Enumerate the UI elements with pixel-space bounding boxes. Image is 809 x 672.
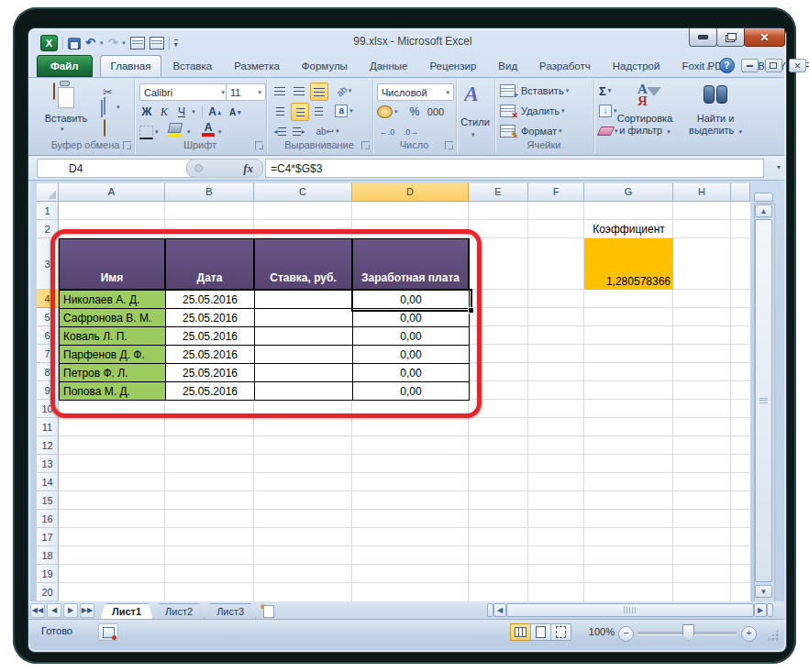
cell-C5[interactable] xyxy=(255,309,353,327)
redo-icon[interactable]: ↷ xyxy=(107,37,117,50)
column-header-B[interactable]: B xyxy=(165,183,254,202)
cell-D5[interactable]: 0,00 xyxy=(353,309,470,327)
orientation-button[interactable]: ab▾ xyxy=(334,83,354,99)
font-family-select[interactable]: Calibri▾ xyxy=(139,83,229,101)
number-format-select[interactable]: Числовой▾ xyxy=(377,83,454,101)
next-sheet-icon[interactable]: ▶ xyxy=(63,603,78,618)
cut-button[interactable]: ✂ xyxy=(103,83,113,100)
cell-C6[interactable] xyxy=(255,327,353,346)
zoom-out-icon[interactable]: − xyxy=(618,626,634,642)
comma-style-button[interactable]: 000 xyxy=(424,104,448,120)
cell-D6[interactable]: 0,00 xyxy=(353,327,470,346)
row-header-16[interactable]: 16 xyxy=(37,510,59,528)
insert-function-icon[interactable]: fx xyxy=(243,161,253,176)
sheet-tab-Лист2[interactable]: Лист2 xyxy=(153,603,205,620)
row-header-9[interactable]: 9 xyxy=(37,381,59,400)
row-header-13[interactable]: 13 xyxy=(37,455,59,473)
record-macro-button[interactable] xyxy=(98,623,118,641)
undo-dropdown-icon[interactable]: ▾ xyxy=(100,39,104,47)
row-header-3[interactable]: 3 xyxy=(37,238,59,290)
zoom-slider-handle[interactable] xyxy=(682,624,694,641)
align-center-button[interactable] xyxy=(291,103,309,121)
insert-worksheet-icon[interactable]: ✸ xyxy=(260,604,280,618)
row-header-8[interactable]: 8 xyxy=(37,363,59,381)
row-header-5[interactable]: 5 xyxy=(37,308,59,326)
delete-cells-button[interactable]: ✕Удалить▾ xyxy=(500,103,565,119)
ribbon-tab-3[interactable]: Разметка xyxy=(223,55,291,77)
underline-button[interactable]: Ч xyxy=(174,104,189,120)
column-header-partial[interactable] xyxy=(731,183,750,202)
ribbon-tab-7[interactable]: Вид xyxy=(487,55,528,77)
customize-qat-icon[interactable]: ▾ xyxy=(174,39,178,48)
cell-C7[interactable] xyxy=(255,346,353,364)
ribbon-tab-8[interactable]: Разработч xyxy=(528,55,602,77)
minimize-button[interactable] xyxy=(689,28,717,47)
cell-A7[interactable]: Парфенов Д. Ф. xyxy=(60,346,166,364)
close-button[interactable]: ✕ xyxy=(744,28,785,47)
table-header-rate[interactable]: Ставка, руб. xyxy=(255,239,353,291)
format-painter-button[interactable] xyxy=(104,120,105,137)
print-preview-icon[interactable] xyxy=(150,37,164,50)
cell-D7[interactable]: 0,00 xyxy=(353,346,470,364)
align-left-button[interactable] xyxy=(272,103,288,119)
sort-filter-button[interactable]: АЯ xyxy=(637,83,661,107)
row-header-4[interactable]: 4 xyxy=(37,290,59,308)
sheet-tab-Лист1[interactable]: Лист1 xyxy=(100,603,153,620)
align-middle-button[interactable] xyxy=(291,83,307,99)
increase-decimal-button[interactable]: ←.0 xyxy=(377,124,397,140)
copy-button[interactable] xyxy=(101,101,103,117)
cell-C4[interactable] xyxy=(255,291,353,309)
font-color-dropdown-icon[interactable]: ▾ xyxy=(218,124,222,140)
column-header-F[interactable]: F xyxy=(528,183,584,202)
prev-sheet-icon[interactable]: ◀ xyxy=(47,603,61,618)
ribbon-tab-1[interactable]: Главная xyxy=(100,55,162,77)
horizontal-scrollbar-thumb[interactable] xyxy=(506,603,754,617)
underline-dropdown-icon[interactable]: ▾ xyxy=(189,104,198,120)
fill-color-button[interactable] xyxy=(169,122,182,138)
normal-view-button[interactable] xyxy=(510,623,531,641)
styles-dropdown-icon[interactable]: ▾ xyxy=(471,131,475,138)
horizontal-split-handle[interactable] xyxy=(487,603,493,617)
merge-center-button[interactable]: a▾ xyxy=(334,103,354,119)
row-header-11[interactable]: 11 xyxy=(37,418,59,436)
vertical-scrollbar-thumb[interactable] xyxy=(755,219,772,582)
resize-grip[interactable] xyxy=(767,629,779,641)
accounting-format-button[interactable]: ▾ xyxy=(377,104,398,120)
touch-mode-icon[interactable] xyxy=(130,37,145,50)
formula-input[interactable]: =C4*$G$3 xyxy=(265,159,764,178)
row-header-10[interactable]: 10 xyxy=(37,400,59,418)
decrease-decimal-button[interactable]: .0→ xyxy=(401,124,421,140)
row-header-20[interactable]: 20 xyxy=(37,583,59,601)
cell-D8[interactable]: 0,00 xyxy=(353,364,470,382)
percent-style-button[interactable]: % xyxy=(407,104,422,120)
cell-B6[interactable]: 25.05.2016 xyxy=(166,327,255,346)
cell-A6[interactable]: Коваль Л. П. xyxy=(60,327,166,346)
excel-logo-icon[interactable]: X xyxy=(40,35,58,51)
row-header-12[interactable]: 12 xyxy=(37,436,59,455)
cell-C8[interactable] xyxy=(255,364,353,382)
select-all-corner[interactable] xyxy=(37,183,59,202)
autosum-button[interactable]: Σ▾ xyxy=(599,83,611,99)
find-select-button[interactable] xyxy=(704,85,727,102)
scroll-right-icon[interactable]: ▶ xyxy=(754,603,767,617)
workbook-close-button[interactable]: ✕ xyxy=(789,59,806,72)
undo-icon[interactable]: ↶ xyxy=(85,37,95,50)
restore-button[interactable] xyxy=(716,28,745,47)
ribbon-tab-6[interactable]: Рецензир xyxy=(418,55,487,77)
cell-D9[interactable]: 0,00 xyxy=(353,382,470,401)
bold-button[interactable]: Ж xyxy=(139,104,154,120)
cell-A8[interactable]: Петров Ф. Л. xyxy=(60,364,166,382)
row-header-7[interactable]: 7 xyxy=(37,345,59,363)
column-header-D[interactable]: D xyxy=(352,183,469,202)
row-header-2[interactable]: 2 xyxy=(37,220,59,238)
font-color-button[interactable]: А xyxy=(202,120,215,137)
increase-indent-button[interactable]: ▸ xyxy=(291,123,307,139)
copy-dropdown-icon[interactable]: ▾ xyxy=(116,104,120,111)
row-header-15[interactable]: 15 xyxy=(37,491,59,510)
column-header-G[interactable]: G xyxy=(584,183,673,202)
shrink-font-button[interactable]: А▼ xyxy=(227,104,244,120)
table-header-salary[interactable]: Заработная плата xyxy=(353,239,470,291)
clipboard-dialog-launcher-icon[interactable] xyxy=(123,141,131,149)
align-top-button[interactable] xyxy=(272,83,288,99)
font-dialog-launcher-icon[interactable] xyxy=(255,141,263,149)
